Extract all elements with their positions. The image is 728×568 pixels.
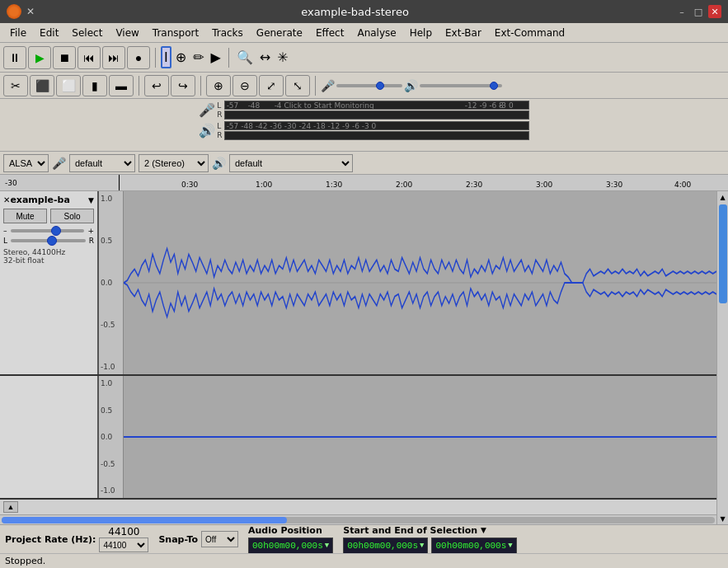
menu-item-generate[interactable]: Generate xyxy=(250,26,309,40)
input-volume-slider[interactable] xyxy=(336,84,402,87)
track1-volume-slider[interactable] xyxy=(11,229,85,232)
maximize-button[interactable]: □ xyxy=(692,5,705,18)
project-rate-item: Project Rate (Hz): 44100 44100 xyxy=(5,526,148,552)
selection-dropdown-icon[interactable]: ▼ xyxy=(481,526,486,534)
play-at-speed-tool[interactable]: ▶ xyxy=(209,47,223,68)
output-device-select[interactable]: default xyxy=(229,154,353,172)
menu-item-select[interactable]: Select xyxy=(65,26,109,40)
sel-end-value: 00h00m00,000s xyxy=(435,541,506,551)
host-select[interactable]: ALSA xyxy=(3,154,49,172)
track2-waveform-svg xyxy=(124,376,716,498)
sep4 xyxy=(200,76,201,96)
input-meter-row: 🎤 LR -57 -48 -4 Click to Start Monitorin… xyxy=(199,101,528,120)
sel-start-dropdown[interactable]: ▼ xyxy=(420,542,424,550)
track1-scale: 1.0 0.5 0.0 -0.5 -1.0 xyxy=(99,191,124,374)
envelope-tool[interactable]: ⊕ xyxy=(173,47,189,68)
trim-button[interactable]: ▮ xyxy=(82,75,107,96)
draw-tool[interactable]: ✏ xyxy=(190,47,206,68)
sel-end-display[interactable]: 00h00m00,000s ▼ xyxy=(431,537,516,554)
menu-item-analyse[interactable]: Analyse xyxy=(350,26,402,40)
track1-pan-slider[interactable] xyxy=(11,239,86,242)
zoom-in-button[interactable]: ⊕ xyxy=(206,75,231,96)
tm-130: 1:30 xyxy=(326,181,342,189)
multi-tool[interactable]: ✳ xyxy=(275,47,290,68)
snap-to-select[interactable]: Off xyxy=(201,531,238,547)
statusbar-bottom: Stopped. xyxy=(0,553,728,568)
track1-info: Stereo, 44100Hz 32-bit float xyxy=(3,248,94,265)
menu-item-view[interactable]: View xyxy=(109,26,145,40)
zoom-out-button[interactable]: ⊖ xyxy=(232,75,257,96)
collapse-button[interactable]: ▲ xyxy=(3,501,18,513)
prev-button[interactable]: ⏮ xyxy=(77,46,101,69)
v-scrollbar[interactable]: ▲ ▼ xyxy=(716,191,728,524)
menu-item-effect[interactable]: Effect xyxy=(309,26,351,40)
close-button[interactable]: ✕ xyxy=(708,5,721,18)
timeshift-tool[interactable]: ↔ xyxy=(257,47,273,68)
selection-tool[interactable]: I xyxy=(161,46,171,68)
v-scroll-down[interactable]: ▼ xyxy=(717,513,728,524)
undo-button[interactable]: ↩ xyxy=(144,75,169,96)
redo-button[interactable]: ↪ xyxy=(171,75,195,96)
play-button[interactable]: ▶ xyxy=(28,46,51,69)
zoom-tool[interactable]: 🔍 xyxy=(234,47,256,68)
sel-start-display[interactable]: 00h00m00,000s ▼ xyxy=(343,537,428,554)
playback-mic-icon: 🎤 xyxy=(321,79,335,92)
timeline-bar[interactable]: -30 0:30 1:00 1:30 2:00 2:30 3:00 3:30 4… xyxy=(0,175,728,191)
track1-volume-row: – + xyxy=(3,227,94,235)
v-scroll-up[interactable]: ▲ xyxy=(717,191,728,203)
track1-mute-button[interactable]: Mute xyxy=(3,209,47,223)
snap-to-label: Snap-To xyxy=(158,534,198,545)
sel-end-dropdown[interactable]: ▼ xyxy=(508,542,512,550)
audio-pos-dropdown[interactable]: ▼ xyxy=(325,542,329,550)
track1-close-btn[interactable]: ✕ xyxy=(3,195,10,204)
project-rate-select[interactable]: 44100 xyxy=(99,537,148,552)
channels-select[interactable]: 2 (Stereo) xyxy=(139,154,209,172)
h-scrollbar-thumb[interactable] xyxy=(2,517,287,523)
h-scrollbar[interactable] xyxy=(0,514,716,524)
t2-scale-n1.0: -1.0 xyxy=(101,486,121,495)
copy-button[interactable]: ⬛ xyxy=(30,75,54,96)
silence-button[interactable]: ▬ xyxy=(109,75,134,96)
audio-position-item: Audio Position 00h00m00,000s ▼ xyxy=(248,525,333,554)
fit-button[interactable]: ⤢ xyxy=(259,75,284,96)
tm-400: 4:00 xyxy=(674,181,691,189)
output-lr-labels: LR xyxy=(217,122,222,140)
track1-solo-button[interactable]: Solo xyxy=(50,209,94,223)
input-meter-icon[interactable]: 🎤 xyxy=(199,102,215,118)
menu-item-transport[interactable]: Transport xyxy=(146,26,205,40)
menu-item-help[interactable]: Help xyxy=(403,26,439,40)
menu-item-tracks[interactable]: Tracks xyxy=(205,26,250,40)
audio-pos-value: 00h00m00,000s xyxy=(252,541,323,551)
output-volume-slider[interactable] xyxy=(420,84,502,87)
paste-button[interactable]: ⬜ xyxy=(56,75,81,96)
track2-waveform[interactable]: 1.0 0.5 0.0 -0.5 -1.0 xyxy=(99,376,716,498)
menu-item-ext-bar[interactable]: Ext-Bar xyxy=(439,26,488,40)
track1-pan-r: R xyxy=(89,237,94,245)
menu-item-ext-command[interactable]: Ext-Command xyxy=(488,26,571,40)
track1-dropdown-icon[interactable]: ▼ xyxy=(88,196,94,204)
menu-item-file[interactable]: File xyxy=(3,26,33,40)
audio-position-time: 00h00m00,000s ▼ xyxy=(248,537,333,554)
minimize-button[interactable]: – xyxy=(675,5,688,18)
cut-button[interactable]: ✂ xyxy=(3,75,28,96)
h-scrollbar-track[interactable] xyxy=(2,517,715,523)
input-device-select[interactable]: default xyxy=(69,154,135,172)
window-controls: – □ ✕ xyxy=(675,5,721,18)
zoom-sel-button[interactable]: ⤡ xyxy=(285,75,310,96)
tm-30: 0:30 xyxy=(181,181,198,189)
scale-0.5: 0.5 xyxy=(101,237,121,245)
track-collapse-row: ▲ xyxy=(0,500,716,514)
t2-scale-0.0: 0.0 xyxy=(101,433,121,441)
stop-button[interactable]: ⏹ xyxy=(53,46,76,69)
v-scroll-thumb[interactable] xyxy=(719,204,727,303)
track1-waveform[interactable]: 1.0 0.5 0.0 -0.5 -1.0 xyxy=(99,191,716,374)
title-left: ✕ xyxy=(7,4,35,19)
track1-pan-l: L xyxy=(3,237,7,245)
pause-button[interactable]: ⏸ xyxy=(3,46,26,69)
next-button[interactable]: ⏭ xyxy=(102,46,125,69)
record-button[interactable]: ● xyxy=(127,46,150,69)
audio-pos-display[interactable]: 00h00m00,000s ▼ xyxy=(248,537,333,554)
menu-item-edit[interactable]: Edit xyxy=(33,26,65,40)
output-meter-icon[interactable]: 🔊 xyxy=(199,123,215,138)
effects-toolbar: ✂ ⬛ ⬜ ▮ ▬ ↩ ↪ ⊕ ⊖ ⤢ ⤡ 🎤 🔊 xyxy=(0,73,728,99)
